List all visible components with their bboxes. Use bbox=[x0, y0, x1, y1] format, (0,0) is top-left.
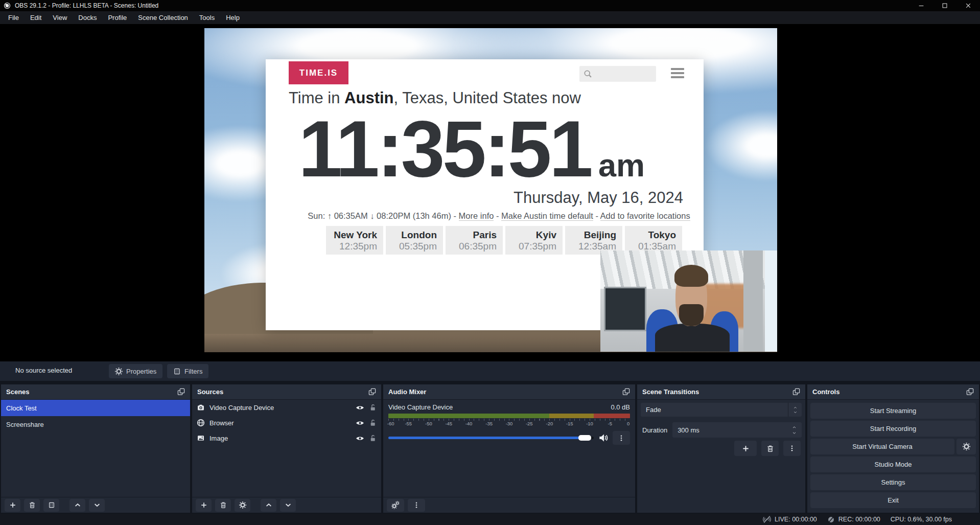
dots-menu-icon bbox=[788, 445, 796, 452]
add-transition-button[interactable] bbox=[734, 441, 757, 456]
scene-preview[interactable]: TIME.IS Time in Austin, Texas, United St… bbox=[204, 28, 777, 352]
menu-edit[interactable]: Edit bbox=[25, 14, 47, 21]
scene-item-screenshare[interactable]: Screenshare bbox=[1, 416, 190, 432]
chevron-down-icon bbox=[793, 410, 798, 414]
close-button[interactable] bbox=[956, 0, 980, 11]
chevron-up-icon bbox=[74, 501, 81, 509]
volume-slider[interactable] bbox=[388, 437, 594, 439]
virtual-camera-settings-button[interactable] bbox=[956, 439, 976, 454]
scenes-list: Clock Test Screenshare bbox=[1, 400, 190, 497]
popout-icon[interactable] bbox=[966, 388, 974, 396]
live-status: LIVE: 00:00:00 bbox=[763, 515, 817, 523]
dock-area: Scenes Clock Test Screenshare Sources Vi… bbox=[0, 381, 980, 514]
menu-help[interactable]: Help bbox=[220, 14, 245, 21]
exit-button[interactable]: Exit bbox=[810, 492, 976, 508]
menu-tools[interactable]: Tools bbox=[194, 14, 220, 21]
city-time: 12:35pm bbox=[326, 241, 377, 252]
duration-spin-arrows[interactable] bbox=[788, 425, 802, 435]
webcam-person-body bbox=[655, 324, 729, 352]
cpu-fps-text: CPU: 0.6%, 30.00 fps bbox=[891, 516, 952, 523]
source-item-browser[interactable]: Browser bbox=[192, 415, 381, 430]
start-recording-button[interactable]: Start Recording bbox=[810, 421, 976, 437]
minimize-button[interactable] bbox=[909, 0, 933, 11]
duration-spinbox[interactable]: 300 ms bbox=[672, 422, 802, 438]
meter-red-zone bbox=[594, 414, 630, 418]
move-source-up-button[interactable] bbox=[261, 499, 276, 512]
sources-panel-title: Sources bbox=[197, 388, 223, 396]
source-item-image[interactable]: Image bbox=[192, 430, 381, 446]
source-label: Image bbox=[209, 435, 351, 442]
popout-icon[interactable] bbox=[622, 388, 630, 396]
sun-times: Sun: ↑ 06:35AM ↓ 08:20PM (13h 46m) - bbox=[308, 211, 458, 220]
city-name: Tokyo bbox=[625, 230, 676, 241]
maximize-button[interactable] bbox=[933, 0, 956, 11]
move-scene-down-button[interactable] bbox=[89, 499, 105, 512]
window-controls bbox=[909, 0, 980, 11]
popout-icon[interactable] bbox=[177, 388, 185, 396]
controls-body: Start Streaming Start Recording Start Vi… bbox=[807, 400, 979, 513]
menu-docks[interactable]: Docks bbox=[73, 14, 102, 21]
mixer-channel-name: Video Capture Device bbox=[388, 403, 453, 411]
unlock-icon[interactable] bbox=[369, 419, 377, 427]
clock-ampm: am bbox=[598, 147, 645, 184]
scenes-panel-header[interactable]: Scenes bbox=[1, 384, 190, 400]
move-scene-up-button[interactable] bbox=[69, 499, 85, 512]
trash-icon bbox=[29, 501, 36, 509]
eye-icon[interactable] bbox=[356, 419, 364, 427]
remove-transition-button[interactable] bbox=[761, 441, 779, 456]
advanced-audio-button[interactable] bbox=[387, 499, 404, 512]
transition-properties-button[interactable] bbox=[783, 441, 801, 456]
meter-tick-labels: -60 -55 -50 -45 -40 -35 -30 -25 -20 -15 … bbox=[388, 421, 630, 427]
menu-scene-collection[interactable]: Scene Collection bbox=[132, 14, 194, 21]
source-properties-button[interactable] bbox=[235, 499, 250, 512]
volume-meter bbox=[388, 414, 630, 418]
unlock-icon[interactable] bbox=[369, 404, 377, 412]
search-icon bbox=[584, 70, 592, 78]
properties-button[interactable]: Properties bbox=[109, 364, 162, 378]
scene-item-clock-test[interactable]: Clock Test bbox=[1, 400, 190, 416]
webcam-window bbox=[604, 287, 646, 331]
city-name: Kyiv bbox=[505, 230, 556, 241]
cpu-status: CPU: 0.6%, 30.00 fps bbox=[891, 516, 952, 523]
menu-view[interactable]: View bbox=[47, 14, 73, 21]
settings-button[interactable]: Settings bbox=[810, 474, 976, 490]
heading-prefix: Time in bbox=[289, 89, 344, 107]
start-virtual-camera-button[interactable]: Start Virtual Camera bbox=[810, 439, 954, 454]
popout-icon[interactable] bbox=[368, 388, 376, 396]
webcam-person-beard bbox=[679, 304, 704, 327]
trash-icon bbox=[766, 445, 774, 452]
scene-filters-button[interactable] bbox=[43, 499, 59, 512]
filter-icon bbox=[48, 501, 55, 509]
unlock-icon[interactable] bbox=[369, 435, 377, 442]
mixer-menu-button[interactable] bbox=[408, 499, 425, 512]
volume-slider-handle[interactable] bbox=[578, 435, 591, 441]
transitions-header[interactable]: Scene Transitions bbox=[637, 384, 805, 400]
add-scene-button[interactable] bbox=[5, 499, 20, 512]
mixer-options-button[interactable] bbox=[613, 431, 630, 445]
add-source-button[interactable] bbox=[196, 499, 212, 512]
remove-source-button[interactable] bbox=[215, 499, 231, 512]
audio-mixer-header[interactable]: Audio Mixer bbox=[383, 384, 635, 400]
source-item-video-capture[interactable]: Video Capture Device bbox=[192, 400, 381, 415]
tick-label: -10 bbox=[586, 421, 593, 426]
record-icon bbox=[827, 516, 835, 523]
studio-mode-button[interactable]: Studio Mode bbox=[810, 456, 976, 472]
menu-file[interactable]: File bbox=[3, 14, 25, 21]
remove-scene-button[interactable] bbox=[24, 499, 40, 512]
live-timer: LIVE: 00:00:00 bbox=[775, 516, 817, 523]
sources-panel-header[interactable]: Sources bbox=[192, 384, 381, 400]
sources-toolbar bbox=[192, 497, 381, 513]
start-streaming-button[interactable]: Start Streaming bbox=[810, 403, 976, 419]
controls-header[interactable]: Controls bbox=[807, 384, 979, 400]
chevron-up-icon bbox=[793, 406, 798, 409]
eye-icon[interactable] bbox=[356, 434, 364, 443]
speaker-icon[interactable] bbox=[598, 433, 608, 443]
filters-button[interactable]: Filters bbox=[167, 364, 208, 378]
popout-icon[interactable] bbox=[792, 388, 800, 396]
transition-select-arrows[interactable] bbox=[788, 403, 802, 417]
menu-profile[interactable]: Profile bbox=[102, 14, 132, 21]
transition-select[interactable]: Fade bbox=[641, 403, 802, 417]
eye-icon[interactable] bbox=[356, 403, 364, 412]
move-source-down-button[interactable] bbox=[280, 499, 296, 512]
tick-label: -20 bbox=[546, 421, 553, 426]
